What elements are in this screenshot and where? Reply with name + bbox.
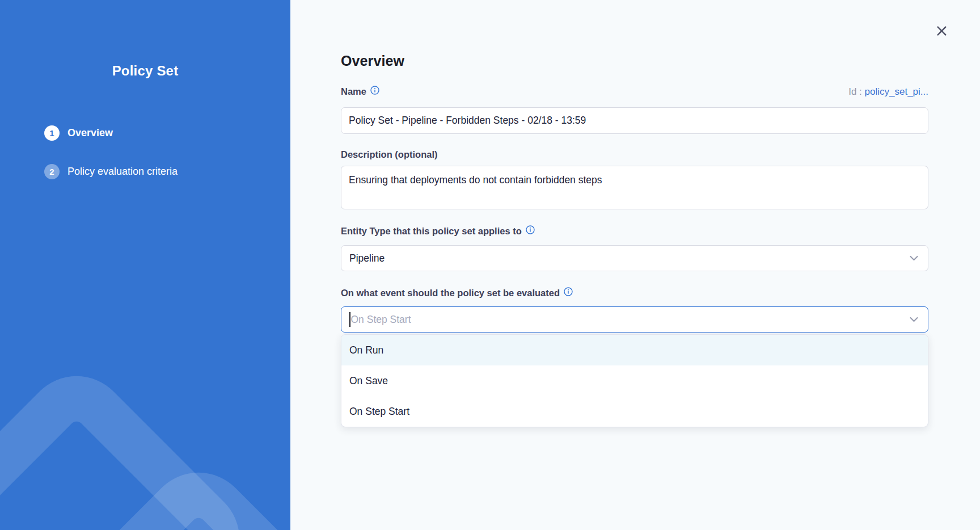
name-label-row: Name Id : policy_set_pi... (341, 86, 928, 98)
entity-type-value: Pipeline (349, 253, 385, 264)
entity-id: Id : policy_set_pi... (848, 86, 928, 98)
text-cursor (349, 312, 350, 327)
step-number-badge: 2 (44, 164, 60, 179)
entity-type-select[interactable]: Pipeline (341, 245, 928, 271)
name-label: Name (341, 86, 379, 97)
close-button[interactable] (933, 23, 949, 39)
step-policy-evaluation-criteria[interactable]: 2 Policy evaluation criteria (44, 164, 178, 179)
event-label: On what event should the policy set be e… (341, 288, 573, 298)
event-select[interactable]: On Step Start (341, 306, 928, 333)
overview-panel: Overview Name Id : policy_set_pi... Desc… (290, 0, 980, 530)
name-input[interactable] (341, 107, 928, 134)
info-icon[interactable] (526, 225, 535, 234)
policy-set-modal: Policy Set 1 Overview 2 Policy evaluatio… (0, 0, 980, 530)
entity-type-label: Entity Type that this policy set applies… (341, 226, 535, 237)
step-number-badge: 1 (44, 125, 60, 141)
page-title: Overview (341, 53, 404, 69)
entity-id-link[interactable]: policy_set_pi... (865, 86, 928, 97)
description-textarea[interactable] (341, 166, 928, 209)
wizard-sidebar: Policy Set 1 Overview 2 Policy evaluatio… (0, 0, 290, 530)
id-prefix: Id : (848, 86, 862, 97)
menu-item-on-save[interactable]: On Save (341, 365, 928, 396)
chevron-down-icon (910, 317, 918, 322)
menu-item-on-run[interactable]: On Run (341, 335, 928, 365)
chevron-down-icon (910, 256, 918, 261)
info-icon[interactable] (564, 287, 573, 296)
event-options-menu: On Run On Save On Step Start (341, 334, 928, 427)
description-label: Description (optional) (341, 149, 438, 160)
menu-item-on-step-start[interactable]: On Step Start (341, 396, 928, 427)
step-label: Policy evaluation criteria (67, 166, 178, 178)
event-placeholder: On Step Start (351, 314, 411, 326)
wizard-steps: 1 Overview 2 Policy evaluation criteria (44, 125, 178, 203)
close-icon (935, 24, 948, 37)
step-overview[interactable]: 1 Overview (44, 125, 178, 141)
info-icon[interactable] (370, 86, 379, 95)
sidebar-title: Policy Set (0, 63, 290, 79)
step-label: Overview (67, 127, 113, 139)
